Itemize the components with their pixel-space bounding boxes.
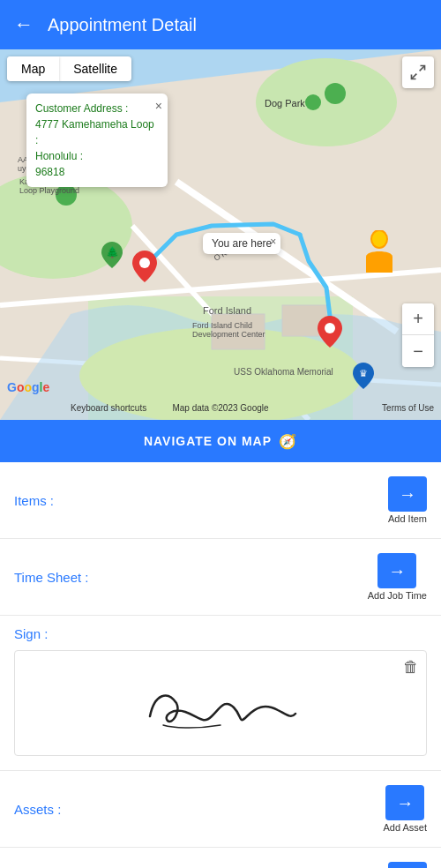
fullscreen-button[interactable] [402,56,434,88]
items-section: Items : → Add Item [0,462,441,539]
keyboard-shortcuts: Keyboard shortcuts [71,403,146,413]
google-logo: Google [7,379,49,395]
app-header: ← Appointment Detail [0,0,441,49]
zoom-out-button[interactable]: − [402,335,434,367]
address-popup: × Customer Address : 4777 Kamehameha Loo… [26,94,168,187]
svg-text:♛: ♛ [359,368,368,378]
svg-line-15 [420,66,425,71]
person-icon [362,230,397,281]
svg-line-16 [412,74,417,79]
address-line4: 96818 [35,164,159,180]
here-popup: You are here × [203,233,280,254]
fullscreen-icon [409,64,427,81]
navigate-label: NAVIGATE ON MAP [144,434,272,448]
here-popup-close[interactable]: × [270,236,276,248]
add-item-arrow: → [399,484,416,505]
add-item-button[interactable]: → [388,476,427,512]
svg-text:🌲: 🌲 [106,245,119,258]
add-asset-button[interactable]: → [385,785,424,820]
add-job-time-arrow: → [388,561,406,581]
map-view-button[interactable]: Map [7,56,59,81]
add-asset-label: Add Asset [383,822,427,833]
map-label-ford-island: Ford Island [203,305,251,316]
map-label-uss-oklahoma: USS Oklahoma Memorial [234,367,333,377]
map-container: Map Satellite Dog Park Ford Island Ford … [0,49,441,420]
add-job-time-label: Add Job Time [368,590,427,601]
svg-point-17 [139,258,150,268]
items-action: → Add Item [388,476,427,524]
zoom-controls: + − [402,303,434,367]
timesheet-label: Time Sheet : [14,570,88,585]
notes-section: Notes → [0,848,441,868]
navigate-icon: 🧭 [279,433,297,450]
add-item-label: Add Item [388,513,427,524]
map-type-toggle[interactable]: Map Satellite [7,56,131,81]
svg-point-22 [372,231,386,247]
map-label-dog-park: Dog Park [265,98,305,108]
signature-box: 🗑 [14,650,427,756]
assets-action: → Add Asset [383,785,427,833]
timesheet-action: → Add Job Time [368,553,427,601]
content-area: Items : → Add Item Time Sheet : → Add Jo… [0,462,441,868]
map-label-ford-island-child: Ford Island ChildDevelopment Center [192,321,265,339]
items-label: Items : [14,493,54,508]
customer-map-pin [132,251,157,286]
navigate-button[interactable]: NAVIGATE ON MAP 🧭 [0,420,441,462]
svg-point-19 [325,323,335,333]
address-popup-close[interactable]: × [155,97,162,116]
back-button[interactable]: ← [14,13,34,36]
delete-signature-button[interactable]: 🗑 [403,658,419,677]
notes-button[interactable]: → [388,862,427,868]
here-text: You are here [212,237,272,250]
terms-of-use: Terms of Use [382,403,434,413]
landmark-pin: ♛ [353,363,374,393]
map-data-label: Map data ©2023 Google [172,403,268,413]
signature-drawing [123,668,318,738]
timesheet-section: Time Sheet : → Add Job Time [0,539,441,616]
zoom-in-button[interactable]: + [402,303,434,335]
address-line1: Customer Address : [35,101,159,116]
green-tree-pin: 🌲 [101,242,123,272]
assets-section: Assets : → Add Asset [0,771,441,848]
address-line2: 4777 Kamehameha Loop : [35,116,159,148]
add-asset-arrow: → [396,793,414,813]
sign-label: Sign : [14,626,427,641]
current-location-pin [318,316,342,351]
sign-section: Sign : 🗑 [0,616,441,771]
assets-label: Assets : [14,802,61,817]
add-job-time-button[interactable]: → [377,553,416,588]
satellite-view-button[interactable]: Satellite [59,56,131,81]
address-line3: Honolulu : [35,148,159,164]
page-title: Appointment Detail [48,15,197,35]
